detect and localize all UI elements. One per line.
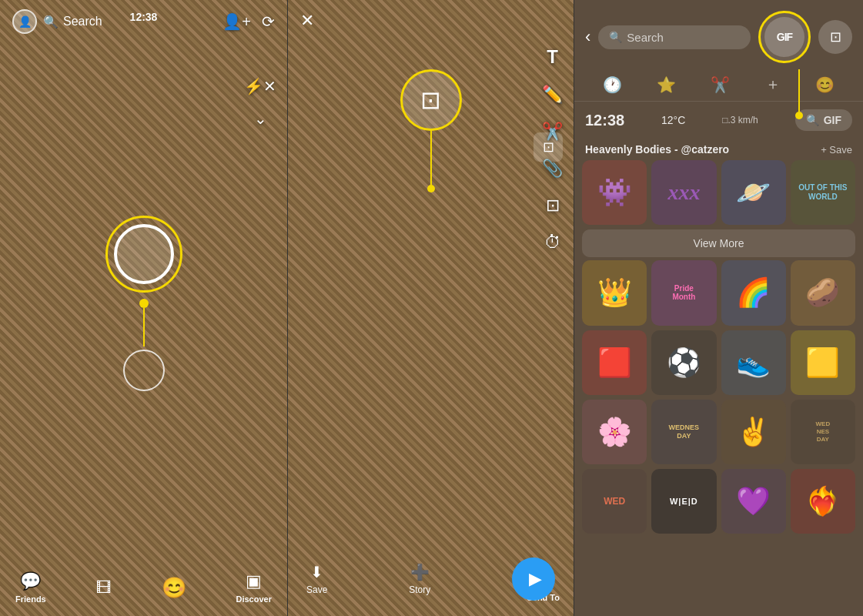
sticker-panel: ‹ 🔍 Search GIF ⊡ 🕐 ⭐ ✂️ ＋ 😊 bbox=[574, 0, 863, 616]
editor-header: ✕ bbox=[288, 0, 574, 42]
panel-icon: ⊡ bbox=[830, 28, 841, 45]
info-temp: 12°C bbox=[661, 114, 685, 126]
editor-panel: ✕ ⊡ ⊡ T ✏️ ✂️ 📎 ⊡ ⏱ ⬇ Save ➕ Story ▶ Sen bbox=[287, 0, 574, 616]
sticker-item[interactable]: ❤️‍🔥 bbox=[791, 469, 855, 534]
sticker-item[interactable]: 🟥 bbox=[582, 330, 647, 395]
capture-button[interactable] bbox=[114, 224, 174, 284]
crop-tool-icon[interactable]: ⊡ bbox=[542, 196, 563, 216]
sticker-item[interactable]: 👑 bbox=[582, 260, 647, 325]
link-tool-icon[interactable]: 📎 bbox=[542, 159, 563, 179]
close-button[interactable]: ✕ bbox=[300, 11, 314, 31]
view-more-label: View More bbox=[694, 237, 744, 249]
wednesday-sticker-row: 🌸 WEDNESDAY ✌️ WEDNESDAY bbox=[582, 400, 855, 464]
capture-line-dot bbox=[139, 299, 149, 308]
camera-panel: 👤 🔍 Search 12:38 👤+ ⟳ ⚡✕ ⌄ 💬 F bbox=[0, 0, 287, 616]
gif-small-button[interactable]: 🔍 GIF bbox=[795, 109, 852, 131]
memories-nav-item[interactable]: 🎞 bbox=[96, 579, 112, 597]
recent-icon[interactable]: 🕐 bbox=[603, 75, 622, 94]
sticker-item[interactable]: 💜 bbox=[721, 469, 786, 534]
scissor-tool-icon[interactable]: ✂️ bbox=[542, 122, 563, 142]
save-button[interactable]: ⬇ Save bbox=[306, 563, 327, 595]
sticker-item[interactable]: 👟 bbox=[721, 330, 786, 395]
info-time: 12:38 bbox=[585, 112, 624, 129]
sticker-item[interactable]: 👾 bbox=[582, 160, 647, 225]
send-to-button[interactable]: ▶ bbox=[512, 557, 555, 601]
sticker-item[interactable]: 🟨 bbox=[791, 330, 855, 395]
gif-label: GIF bbox=[777, 31, 792, 43]
add-icon[interactable]: ＋ bbox=[765, 74, 781, 95]
callout-dot bbox=[427, 185, 435, 192]
time-display: 12:38 bbox=[130, 11, 158, 23]
save-link[interactable]: + Save bbox=[821, 144, 852, 156]
story-icon: ➕ bbox=[410, 563, 430, 581]
gif-small-label: GIF bbox=[824, 114, 841, 126]
sticker-item[interactable]: WEDNESDAY bbox=[791, 400, 855, 464]
gif-search-icon: 🔍 bbox=[806, 114, 819, 126]
save-label: Save bbox=[306, 584, 327, 595]
sticker-header: ‹ 🔍 Search GIF ⊡ bbox=[574, 0, 863, 69]
camera-header-icons: 👤+ ⟳ bbox=[222, 12, 275, 31]
editor-right-tools: T ✏️ ✂️ 📎 ⊡ ⏱ bbox=[542, 46, 563, 253]
camera-flip-icon[interactable]: ⟳ bbox=[262, 12, 275, 31]
draw-tool-icon[interactable]: ✏️ bbox=[542, 85, 563, 105]
story-label: Story bbox=[409, 584, 430, 595]
add-friend-icon[interactable]: 👤+ bbox=[222, 12, 251, 31]
sticker-item[interactable]: OUT OF THIS WORLD bbox=[791, 160, 855, 225]
sports-sticker-row: 🟥 ⚽ 👟 🟨 bbox=[582, 330, 855, 395]
capture-line bbox=[143, 308, 145, 346]
sticker-item[interactable]: ⚽ bbox=[651, 330, 716, 395]
misc-sticker-row: WED W|E|D 💜 ❤️‍🔥 bbox=[582, 469, 855, 534]
sticker-item[interactable]: WED bbox=[582, 469, 647, 534]
sticker-item[interactable]: W|E|D bbox=[651, 469, 716, 534]
emoji-icon[interactable]: 😊 bbox=[815, 75, 835, 94]
discover-label: Discover bbox=[236, 594, 272, 604]
capture-small-circle[interactable] bbox=[123, 350, 165, 391]
sticker-item[interactable]: xxx bbox=[651, 160, 716, 225]
sticker-callout-circle: ⊡ bbox=[400, 69, 462, 131]
sticker-item[interactable]: 🪐 bbox=[721, 160, 786, 225]
save-icon: ⬇ bbox=[310, 563, 323, 581]
timer-tool-icon[interactable]: ⏱ bbox=[542, 233, 563, 253]
sticker-panel-button[interactable]: ⊡ bbox=[818, 20, 852, 54]
friends-label: Friends bbox=[15, 594, 46, 604]
gif-button[interactable]: GIF bbox=[764, 17, 804, 57]
time-search-area: 👤 🔍 Search bbox=[12, 9, 102, 34]
expand-icon[interactable]: ⌄ bbox=[244, 109, 276, 128]
back-button[interactable]: ‹ bbox=[585, 27, 590, 47]
camera-header: 👤 🔍 Search 12:38 👤+ ⟳ bbox=[0, 0, 287, 40]
pride-sticker-row: 👑 PrideMonth 🌈 🥔 bbox=[582, 260, 855, 325]
sticker-item[interactable]: ✌️ bbox=[721, 400, 786, 464]
sticker-item[interactable]: 🌸 bbox=[582, 400, 647, 464]
sticker-search-bar[interactable]: 🔍 Search bbox=[598, 25, 751, 49]
sticker-item[interactable]: 🥔 bbox=[791, 260, 855, 325]
camera-bottom-bar: 💬 Friends 🎞 😊 ▣ Discover bbox=[0, 564, 287, 616]
scissors-icon[interactable]: ✂️ bbox=[711, 75, 730, 94]
section-header-heavenly: Heavenly Bodies - @catzero + Save bbox=[582, 136, 855, 160]
flash-icon[interactable]: ⚡✕ bbox=[244, 77, 276, 95]
sticker-item[interactable]: WEDNESDAY bbox=[651, 400, 716, 464]
story-button[interactable]: ➕ Story bbox=[409, 563, 430, 595]
capture-outer-ring bbox=[105, 216, 182, 293]
sticker-callout: ⊡ bbox=[400, 69, 462, 192]
capture-button-area bbox=[105, 216, 182, 391]
send-icon: ▶ bbox=[529, 569, 542, 589]
sticker-item[interactable]: 🌈 bbox=[721, 260, 786, 325]
emoji-button[interactable]: 😊 bbox=[162, 576, 186, 600]
search-icon: 🔍 bbox=[43, 15, 59, 29]
view-more-button[interactable]: View More bbox=[582, 229, 855, 257]
shutter-small-area bbox=[105, 350, 182, 391]
camera-search-button[interactable]: 🔍 Search bbox=[43, 15, 102, 29]
text-tool-icon[interactable]: T bbox=[542, 46, 563, 68]
gif-yellow-ring: GIF bbox=[758, 11, 811, 63]
memories-icon: 🎞 bbox=[96, 579, 112, 597]
avatar[interactable]: 👤 bbox=[12, 9, 37, 34]
search-icon: 🔍 bbox=[609, 31, 622, 43]
sticker-item[interactable]: PrideMonth bbox=[651, 260, 716, 325]
friends-nav-item[interactable]: 💬 Friends bbox=[15, 571, 46, 604]
friends-icon: 💬 bbox=[20, 571, 41, 591]
discover-nav-item[interactable]: ▣ Discover bbox=[236, 571, 272, 604]
favorites-icon[interactable]: ⭐ bbox=[657, 75, 676, 94]
info-wind: □.3 km/h bbox=[722, 115, 758, 126]
sticker-scroll-area[interactable]: Heavenly Bodies - @catzero + Save 👾 xxx … bbox=[574, 136, 863, 616]
section-title-heavenly: Heavenly Bodies - @catzero bbox=[585, 143, 729, 156]
